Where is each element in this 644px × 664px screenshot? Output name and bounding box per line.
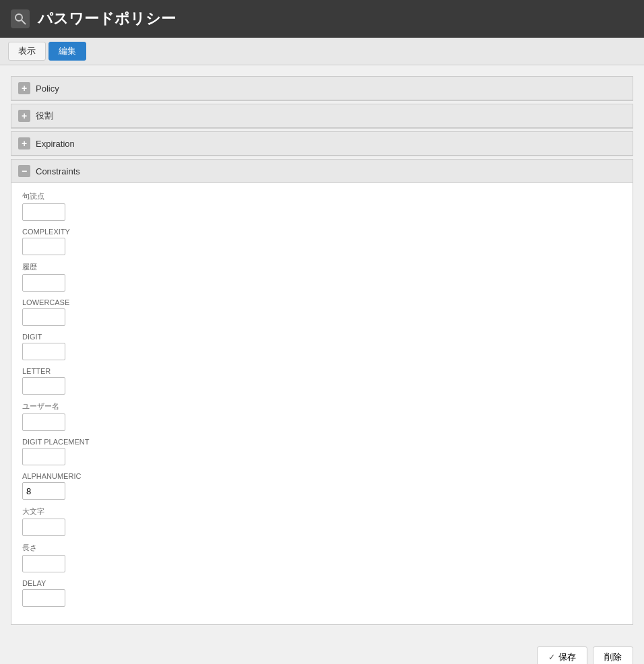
label-digit: DIGIT bbox=[22, 333, 622, 341]
accordion-constraints: − Constraints 句読点 COMPLEXITY 履歴 LOWERCAS… bbox=[11, 159, 633, 625]
input-complexity[interactable] bbox=[22, 238, 65, 255]
label-letter: LETTER bbox=[22, 367, 622, 375]
header: パスワードポリシー bbox=[0, 0, 644, 38]
main-content: + Policy + 役割 + Expiration − Constraints… bbox=[0, 65, 644, 638]
role-toggle[interactable]: + bbox=[18, 110, 30, 122]
constraints-label: Constraints bbox=[36, 166, 80, 176]
svg-point-0 bbox=[15, 14, 22, 21]
save-button[interactable]: ✓ 保存 bbox=[537, 646, 587, 664]
constraints-toggle[interactable]: − bbox=[18, 165, 30, 177]
field-group-punctuation: 句読点 bbox=[22, 191, 622, 221]
label-length: 長さ bbox=[22, 543, 622, 553]
accordion-role-header[interactable]: + 役割 bbox=[11, 104, 633, 128]
field-group-alphanumeric: ALPHANUMERIC bbox=[22, 472, 622, 500]
footer: ✓ 保存 削除 bbox=[0, 638, 644, 664]
label-alphanumeric: ALPHANUMERIC bbox=[22, 472, 622, 480]
policy-label: Policy bbox=[36, 84, 59, 94]
input-username[interactable] bbox=[22, 413, 65, 431]
field-group-length: 長さ bbox=[22, 543, 622, 572]
label-uppercase: 大文字 bbox=[22, 506, 622, 517]
tab-edit[interactable]: 編集 bbox=[49, 42, 86, 61]
expiration-toggle[interactable]: + bbox=[18, 137, 30, 150]
label-delay: DELAY bbox=[22, 579, 622, 587]
accordion-expiration-header[interactable]: + Expiration bbox=[11, 132, 633, 156]
tab-bar: 表示 編集 bbox=[0, 38, 644, 65]
policy-toggle[interactable]: + bbox=[18, 82, 30, 94]
role-label: 役割 bbox=[36, 110, 53, 122]
input-digit[interactable] bbox=[22, 343, 65, 360]
field-group-uppercase: 大文字 bbox=[22, 506, 622, 536]
input-length[interactable] bbox=[22, 555, 65, 572]
accordion-role: + 役割 bbox=[11, 104, 633, 129]
field-group-digit-placement: DIGIT PLACEMENT bbox=[22, 438, 622, 465]
input-history[interactable] bbox=[22, 274, 65, 292]
field-group-username: ユーザー名 bbox=[22, 401, 622, 431]
accordion-policy: + Policy bbox=[11, 76, 633, 101]
input-alphanumeric[interactable] bbox=[22, 482, 65, 500]
page-title: パスワードポリシー bbox=[38, 9, 176, 29]
field-group-letter: LETTER bbox=[22, 367, 622, 395]
tab-view[interactable]: 表示 bbox=[8, 42, 46, 61]
field-group-history: 履歴 bbox=[22, 262, 622, 292]
label-complexity: COMPLEXITY bbox=[22, 228, 622, 236]
input-punctuation[interactable] bbox=[22, 203, 65, 221]
input-uppercase[interactable] bbox=[22, 519, 65, 536]
input-delay[interactable] bbox=[22, 589, 65, 607]
field-group-digit: DIGIT bbox=[22, 333, 622, 360]
svg-line-1 bbox=[22, 20, 26, 24]
label-history: 履歴 bbox=[22, 262, 622, 272]
save-label: 保存 bbox=[558, 651, 576, 663]
field-group-complexity: COMPLEXITY bbox=[22, 228, 622, 255]
input-letter[interactable] bbox=[22, 377, 65, 395]
expiration-label: Expiration bbox=[36, 139, 75, 149]
checkmark-icon: ✓ bbox=[548, 653, 555, 662]
field-group-lowercase: LOWERCASE bbox=[22, 298, 622, 326]
label-punctuation: 句読点 bbox=[22, 191, 622, 201]
input-digit-placement[interactable] bbox=[22, 448, 65, 465]
label-digit-placement: DIGIT PLACEMENT bbox=[22, 438, 622, 446]
label-lowercase: LOWERCASE bbox=[22, 298, 622, 306]
app-icon bbox=[11, 9, 30, 28]
accordion-constraints-header[interactable]: − Constraints bbox=[11, 160, 633, 183]
field-group-delay: DELAY bbox=[22, 579, 622, 607]
input-lowercase[interactable] bbox=[22, 308, 65, 326]
label-username: ユーザー名 bbox=[22, 401, 622, 411]
accordion-expiration: + Expiration bbox=[11, 131, 633, 156]
constraints-body: 句読点 COMPLEXITY 履歴 LOWERCASE DIGIT bbox=[11, 183, 633, 624]
accordion-policy-header[interactable]: + Policy bbox=[11, 77, 633, 100]
delete-button[interactable]: 削除 bbox=[593, 646, 633, 664]
